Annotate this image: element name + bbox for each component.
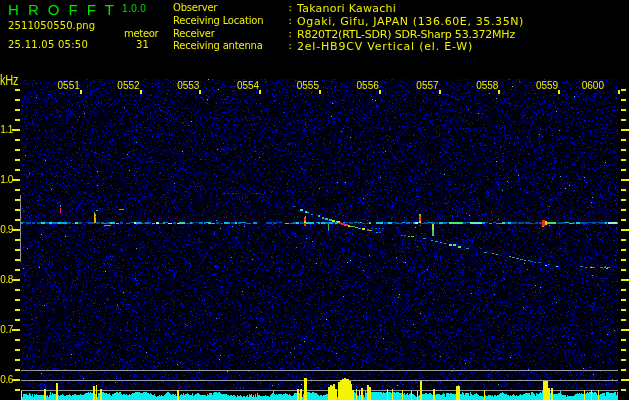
info-label-2: Receiver [173,28,215,39]
spectrogram-canvas [0,0,629,400]
freq-axis-unit: kHz [0,72,18,88]
time-label-0557: 0557 [409,80,439,91]
time-label-0551: 0551 [50,80,80,91]
info-value-1: Ogaki, Gifu, JAPAN (136.60E, 35.35N) [297,15,524,28]
info-colon-0: : [289,2,292,13]
freq-label-0.9: 0.9 [0,224,13,235]
time-label-0556: 0556 [349,80,379,91]
hrofft-window: H R O F F T 1.0.0 2511050550.png meteor … [0,0,629,400]
freq-label-0.6: 0.6 [0,374,13,385]
info-value-2: R820T2(RTL-SDR) SDR-Sharp 53.372MHz [297,28,515,41]
info-label-3: Receiving antenna [173,40,263,51]
freq-label-0.8: 0.8 [0,274,13,285]
mode-label: meteor [124,28,158,39]
freq-label-1.0: 1.0 [0,174,13,185]
time-label-0558: 0558 [468,80,498,91]
time-label-0559: 0559 [528,80,558,91]
output-filename: 2511050550.png [8,20,95,31]
time-label-0553: 0553 [169,80,199,91]
time-label-0554: 0554 [229,80,259,91]
info-value-0: Takanori Kawachi [297,2,396,15]
time-label-0552: 0552 [110,80,140,91]
freq-label-0.7: 0.7 [0,324,13,335]
info-label-0: Observer [173,2,217,13]
info-colon-2: : [289,28,292,39]
time-label-0600: 0600 [574,80,604,91]
info-colon-1: : [289,15,292,26]
echo-count: 31 [136,39,149,50]
freq-label-1.1: 1.1 [0,124,13,135]
info-colon-3: : [289,40,292,51]
app-version: 1.0.0 [122,3,146,14]
app-title: H R O F F T [8,1,116,18]
info-label-1: Receiving Location [173,15,263,26]
time-label-0555: 0555 [289,80,319,91]
datetime-label: 25.11.05 05:50 [8,39,88,50]
info-value-3: 2el-HB9CV Vertical (el. E-W) [297,40,473,53]
